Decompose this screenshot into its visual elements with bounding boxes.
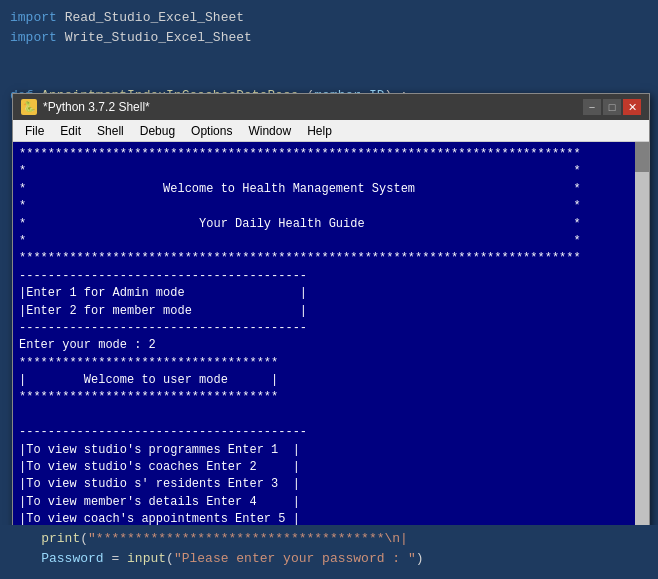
window-title: *Python 3.7.2 Shell*: [43, 100, 150, 114]
maximize-button[interactable]: □: [603, 99, 621, 115]
title-controls: − □ ✕: [583, 99, 641, 115]
title-bar: 🐍 *Python 3.7.2 Shell* − □ ✕: [13, 94, 649, 120]
bottom-paren2: (: [166, 551, 174, 566]
bottom-paren1: (: [80, 531, 88, 546]
python-icon: 🐍: [21, 99, 37, 115]
bg-line1-keyword: import: [10, 10, 57, 25]
bottom-password-var: Password: [41, 551, 103, 566]
close-button[interactable]: ✕: [623, 99, 641, 115]
bottom-input-func: input: [127, 551, 166, 566]
bottom-editor: print("*********************************…: [0, 525, 658, 579]
bg-line2-keyword: import: [10, 30, 57, 45]
menu-debug[interactable]: Debug: [132, 122, 183, 140]
menu-bar: File Edit Shell Debug Options Window Hel…: [13, 120, 649, 142]
bottom-assign: =: [104, 551, 127, 566]
scrollbar-thumb[interactable]: [635, 142, 649, 172]
bottom-paren3: ): [416, 551, 424, 566]
shell-content-area[interactable]: ****************************************…: [13, 142, 649, 527]
menu-options[interactable]: Options: [183, 122, 240, 140]
bg-line1-module: Read_Studio_Excel_Sheet: [65, 10, 244, 25]
menu-edit[interactable]: Edit: [52, 122, 89, 140]
minimize-button[interactable]: −: [583, 99, 601, 115]
bg-line2-module: Write_Studio_Excel_Sheet: [65, 30, 252, 45]
scrollbar[interactable]: [635, 142, 649, 527]
menu-file[interactable]: File: [17, 122, 52, 140]
bottom-input-string: "Please enter your password : ": [174, 551, 416, 566]
menu-window[interactable]: Window: [240, 122, 299, 140]
bottom-print-func: print: [41, 531, 80, 546]
menu-help[interactable]: Help: [299, 122, 340, 140]
bottom-print-string: "*************************************\n…: [88, 531, 408, 546]
title-bar-left: 🐍 *Python 3.7.2 Shell*: [21, 99, 150, 115]
menu-shell[interactable]: Shell: [89, 122, 132, 140]
shell-output: ****************************************…: [13, 142, 635, 527]
shell-window: 🐍 *Python 3.7.2 Shell* − □ ✕ File Edit S…: [12, 93, 650, 548]
